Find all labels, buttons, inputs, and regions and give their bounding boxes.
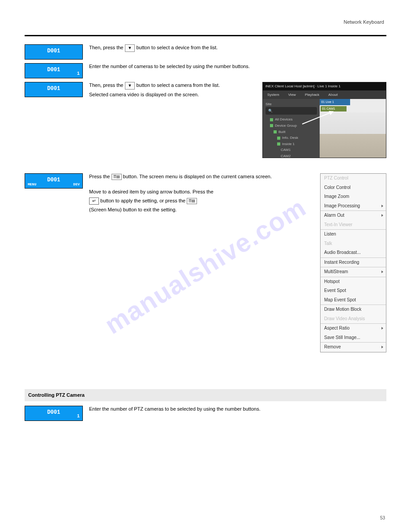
text-fragment: button to select a camera from the list. [136, 82, 219, 88]
context-menu-item[interactable]: Event Spot [321, 286, 386, 296]
instruction-row: D001 1 Enter the number of PTZ cameras t… [25, 406, 386, 421]
keycap-br: DEV [73, 182, 80, 187]
instruction-text: PTZ ControlColor ControlImage ZoomImage … [89, 173, 386, 357]
keycap-bl: MENU [28, 182, 36, 187]
keycap-d001-1: D001 1 [25, 63, 83, 78]
context-menu-item: Text-In Viewer [321, 220, 386, 230]
vms-search-input[interactable]: 🔍 [265, 107, 317, 115]
context-menu-item: Draw Video Analysis [321, 314, 386, 324]
keycap-d001: D001 [25, 82, 83, 97]
context-menu-item[interactable]: Alarm Out [321, 211, 386, 220]
text-fragment: Press the [89, 174, 111, 179]
keycap-label: D001 [25, 47, 82, 55]
context-menu-item[interactable]: Map Event Spot [321, 296, 386, 305]
vms-screenshot: iNEX Client Local Host [admin] · Live 1 … [262, 82, 386, 158]
keycap-label: D001 [25, 409, 82, 416]
text-paragraph: Enter the number of cameras to be select… [89, 63, 386, 70]
context-menu-item[interactable]: Remove [321, 343, 386, 352]
text-fragment: Then, press the [89, 45, 125, 50]
context-menu-item[interactable]: Instant Recording [321, 258, 386, 267]
tree-item[interactable]: CAM1 [265, 147, 317, 153]
vms-menu-item[interactable]: View [288, 92, 296, 98]
tree-item[interactable]: CAM2 [265, 153, 317, 158]
text-fragment: Then, press the [89, 82, 125, 88]
context-menu-item[interactable]: Aspect Ratio [321, 324, 386, 333]
context-menu: PTZ ControlColor ControlImage ZoomImage … [320, 173, 386, 352]
vms-menubar: System View Playback About [263, 90, 386, 99]
instruction-row: D001 Then, press the ▼ button to select … [25, 44, 386, 60]
text-fragment: button to select a device from the list. [136, 45, 218, 50]
vms-menu-item[interactable]: Playback [305, 92, 319, 98]
context-menu-item[interactable]: Color Control [321, 183, 386, 193]
down-button[interactable]: ▼ [125, 44, 135, 52]
vms-tab[interactable]: 01 Live 1 [320, 99, 350, 105]
vms-sidebar: Site 🔍 All Devices Device Group Built In… [263, 99, 320, 158]
context-menu-item: PTZ Control [321, 174, 386, 183]
enter-key-icon[interactable]: ↵ [89, 197, 99, 205]
instruction-text: iNEX Client Local Host [admin] · Live 1 … [89, 82, 386, 162]
vms-video-pane: 01 Live 1 01 CAM1 [320, 99, 386, 158]
section-heading: Controlling PTZ Camera [25, 389, 386, 402]
text-fragment: button to apply the setting, or press th… [100, 198, 187, 203]
page-number: 53 [380, 515, 385, 522]
keycap-label: D001 [25, 85, 82, 93]
vms-window-title: iNEX Client Local Host [admin] · Live 1 … [263, 82, 386, 90]
down-button[interactable]: ▼ [125, 82, 135, 90]
vms-menu-item[interactable]: About [328, 92, 338, 98]
instruction-row: D001 iNEX Client Local Host [admin] · Li… [25, 82, 386, 162]
context-menu-item[interactable]: MultiStream [321, 267, 386, 277]
context-menu-item[interactable]: Audio Broadcast... [321, 248, 386, 257]
page: manualshive.com Network Keyboard D001 Th… [0, 0, 411, 532]
instruction-row: D001 MENU DEV PTZ ControlColor ControlIm… [25, 173, 386, 357]
keycap-d001-1: D001 1 [25, 406, 83, 421]
text-paragraph: Enter the number of PTZ cameras to be se… [89, 406, 386, 413]
instruction-text: Then, press the ▼ button to select a dev… [89, 44, 386, 54]
text-fragment: button. The screen menu is displayed on … [123, 174, 272, 179]
tree-item[interactable]: Info. Desk [265, 135, 317, 141]
instruction-text: Enter the number of PTZ cameras to be se… [89, 406, 386, 415]
context-menu-item[interactable]: Listen [321, 230, 386, 239]
keycap-label: D001 [25, 66, 82, 74]
tree-item[interactable]: Device Group [265, 123, 317, 129]
context-menu-item[interactable]: Image Processing [321, 202, 386, 211]
tree-item[interactable]: All Devices [265, 116, 317, 123]
text-fragment: Move to a desired item by using arrow bu… [89, 189, 214, 194]
screen-menu-icon[interactable]: ☰▤ [111, 174, 122, 180]
doc-title: Network Keyboard [344, 19, 385, 26]
keycap-d001: D001 [25, 44, 83, 60]
context-menu-item[interactable]: Hotspot [321, 277, 386, 287]
context-menu-item[interactable]: Image Zoom [321, 192, 386, 202]
context-menu-item: Talk [321, 239, 386, 249]
context-menu-item[interactable]: Save Still Image... [321, 333, 386, 343]
vms-side-label: Site [265, 102, 317, 107]
context-menu-item[interactable]: Draw Motion Block [321, 305, 386, 314]
tree-item[interactable]: Inside 1 [265, 141, 317, 147]
instruction-text: Enter the number of cameras to be select… [89, 63, 386, 72]
screen-menu-icon[interactable]: ☰▤ [187, 198, 197, 204]
keycap-sub: 1 [77, 413, 80, 420]
horizontal-rule [25, 35, 386, 36]
tree-item[interactable]: Built [265, 129, 317, 135]
keycap-d001-menu: D001 MENU DEV [25, 173, 83, 189]
instruction-row: D001 1 Enter the number of cameras to be… [25, 63, 386, 78]
vms-menu-item[interactable]: System [267, 92, 279, 98]
keycap-sub: 1 [77, 71, 80, 77]
